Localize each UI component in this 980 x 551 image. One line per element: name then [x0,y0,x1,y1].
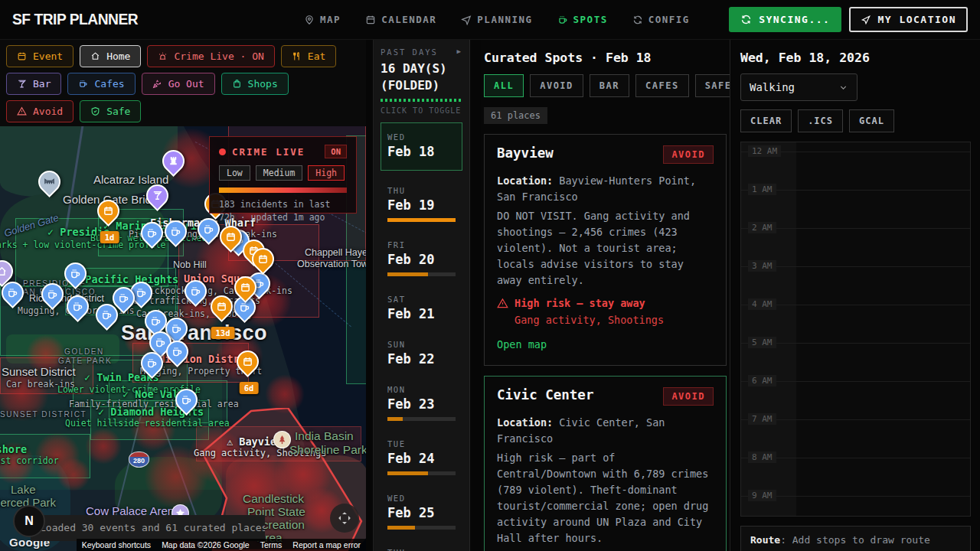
tab-cafes[interactable]: CAFES [635,74,689,97]
hour-label: 12 AM [748,145,781,157]
day-progress-track [387,272,456,276]
day-weekday: MON [387,385,456,394]
filter-eat-button[interactable]: Eat [281,45,336,67]
spot-card-civic-center[interactable]: Civic Center AVOID Location: Civic Cente… [484,376,727,551]
map-filter-bar: Event Home Crime Live · ON Eat Bar Cafes… [0,40,366,126]
event-icon [225,231,237,243]
tab-bar[interactable]: BAR [590,74,629,97]
tab-safe[interactable]: SAFE [695,74,730,97]
day-calendar-grid[interactable]: 12 AM 1 AM 2 AM 3 AM 4 AM 5 AM 6 AM 7 AM… [740,142,971,517]
calendar-icon [17,51,27,61]
map-pin-icon [304,15,315,25]
tab-all[interactable]: ALL [484,74,524,97]
day-progress-track [387,417,456,421]
tab-avoid[interactable]: AVOID [530,74,583,97]
travel-mode-value: Walking [750,81,795,93]
day-item-feb-24[interactable]: TUE Feb 24 [381,433,462,482]
nav-label: MAP [320,14,341,25]
map-label: Southwest corridor [0,455,59,466]
syncing-label: SYNCING... [759,14,830,25]
cafe-icon [239,302,250,313]
day-item-feb-19[interactable]: THU Feb 19 [381,180,462,229]
travel-mode-select[interactable]: Walking [740,73,858,101]
map-label: GOLDEN [64,347,104,356]
map-label: Candlestick [243,492,304,506]
crime-level-medium[interactable]: Medium [256,165,303,181]
report-map-error-link[interactable]: Report a map error [287,539,366,551]
nav-spots[interactable]: SPOTS [557,14,608,25]
map-label: Quiet hillside residential area [65,418,230,429]
hour-label: 1 AM [748,184,776,195]
day-item-feb-26[interactable]: THU Feb 26 [381,542,462,551]
filter-go-out-button[interactable]: Go Out [142,73,215,95]
nav-map[interactable]: MAP [304,14,341,25]
my-location-button[interactable]: MY LOCATION [849,7,968,32]
avoid-badge: AVOID [663,387,714,406]
event-icon [216,301,227,312]
filter-bar-button[interactable]: Bar [6,73,61,95]
crime-level-high[interactable]: High [308,165,345,181]
map-label: San Francisco [121,321,267,345]
spot-card-bayview[interactable]: Bayview AVOID Location: Bayview-Hunters … [484,134,727,366]
filter-avoid-button[interactable]: Avoid [6,100,74,122]
crime-live-on-toggle[interactable]: ON [325,145,347,158]
past-days-toggle[interactable]: PAST DAYS ▶ 16 DAY(S) (FOLDED) CLICK TO … [381,47,462,115]
spot-location: Location: Civic Center, San Francisco [497,415,714,447]
curated-spots-panel: Curated Spots · Feb 18 ALL AVOID BAR CAF… [481,40,730,551]
route-hint: : Add stops to draw route [780,534,930,546]
utensils-icon [292,51,302,61]
map-label: Lakeshore [0,443,27,455]
event-duration-badge: 1d [100,231,119,243]
topbar-actions: SYNCING... MY LOCATION [729,7,968,32]
places-count-badge: 61 places [484,107,547,124]
day-weekday: TUE [387,439,456,448]
cafe-icon [181,394,192,406]
map-attribution: Keyboard shortcuts Map data ©2026 Google… [77,539,366,551]
nav-config[interactable]: CONFIG [632,14,690,25]
day-item-feb-20[interactable]: FRI Feb 20 [381,234,462,283]
filter-event-button[interactable]: Event [6,45,74,67]
map-label: Shoreline Park [289,443,366,457]
filter-home-button[interactable]: Home [80,45,141,67]
keyboard-shortcuts-link[interactable]: Keyboard shortcuts [77,539,156,551]
day-item-feb-18[interactable]: WED Feb 18 [381,122,462,171]
day-progress-track [387,526,456,530]
ics-export-button[interactable]: .ICS [798,109,843,132]
filter-shops-button[interactable]: Shops [221,73,289,95]
event-duration-badge: 6d [240,382,259,394]
gcal-export-button[interactable]: GCAL [849,109,894,132]
crime-level-low[interactable]: Low [219,165,250,181]
nav-planning[interactable]: PLANNING [461,14,532,25]
syncing-button[interactable]: SYNCING... [729,7,841,32]
past-days-label: PAST DAYS [381,47,438,57]
day-date: Feb 19 [387,197,456,213]
day-item-feb-21[interactable]: SAT Feb 21 [381,289,462,328]
filter-crime-live-button[interactable]: Crime Live · ON [147,45,274,67]
clear-button[interactable]: CLEAR [740,109,792,132]
filter-label: Avoid [33,106,63,117]
event-icon [240,282,251,293]
coffee-cup-icon [557,15,568,25]
terms-link[interactable]: Terms [255,539,288,551]
open-map-link[interactable]: Open map [497,338,547,350]
expand-arrows-icon [338,511,351,525]
expand-map-button[interactable] [330,504,359,533]
cafe-icon [150,315,162,327]
day-weekday: THU [387,186,456,195]
day-item-feb-25[interactable]: WED Feb 25 [381,487,462,536]
filter-cafes-button[interactable]: Cafes [67,73,135,95]
martini-icon [17,79,27,89]
live-dot-icon [219,148,226,155]
load-toast: Loaded 30 events and 61 curated places. [31,515,265,541]
compass-button[interactable]: N [13,505,45,537]
day-item-feb-22[interactable]: SUN Feb 22 [381,334,462,373]
tree-icon [276,434,288,445]
map[interactable]: Alcatraz IslandGolden Gate BridgeGolden … [0,126,366,551]
filter-safe-button[interactable]: Safe [80,100,141,122]
day-weekday: WED [387,132,456,142]
spot-location: Location: Bayview-Hunters Point, San Fra… [497,173,714,205]
day-item-feb-23[interactable]: MON Feb 23 [381,379,462,428]
nav-calendar[interactable]: CALENDAR [365,14,436,25]
park-marker[interactable] [273,431,291,448]
cafe-icon [155,337,166,348]
